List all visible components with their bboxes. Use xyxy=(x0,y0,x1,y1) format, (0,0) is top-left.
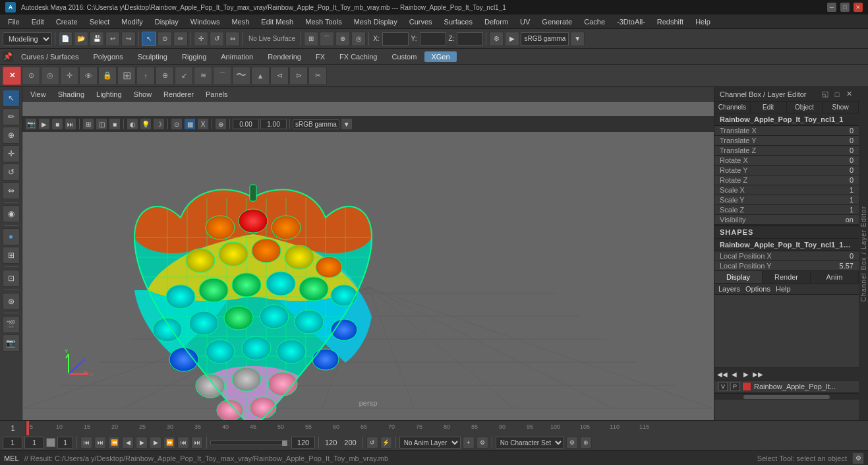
attr-translate-x[interactable]: Translate X 0 xyxy=(714,126,859,136)
current-frame-input[interactable] xyxy=(24,437,44,449)
vt-stop-btn[interactable]: ■ xyxy=(51,118,63,130)
layer-nav-prev-prev[interactable]: ◀◀ xyxy=(717,369,728,379)
prev-frame-button[interactable]: ⏪ xyxy=(108,437,120,449)
show-menu[interactable]: Show xyxy=(129,89,158,100)
anim-tab[interactable]: Anim xyxy=(811,271,859,283)
object-tab[interactable]: Object xyxy=(787,102,823,113)
loop-button[interactable]: ↺ xyxy=(366,437,378,449)
char-set-select[interactable]: No Character Set xyxy=(496,437,564,449)
tab-sculpting[interactable]: Sculpting xyxy=(131,51,174,62)
close-button[interactable]: ✕ xyxy=(854,3,863,12)
shelf-tool-5[interactable]: 👁 xyxy=(79,67,98,85)
menu-help[interactable]: Help xyxy=(690,16,716,27)
render-button[interactable]: ▶ xyxy=(505,32,519,46)
menu-curves[interactable]: Curves xyxy=(404,16,438,27)
vt-step-btn[interactable]: ⏭ xyxy=(65,118,76,130)
frame-color-box[interactable] xyxy=(46,438,55,447)
layers-menu[interactable]: Layers xyxy=(718,285,740,293)
paint-select-button[interactable]: ✏ xyxy=(173,32,188,46)
render-lt-button[interactable]: 🎬 xyxy=(3,316,20,333)
save-scene-button[interactable]: 💾 xyxy=(90,32,104,46)
rotate-button[interactable]: ↺ xyxy=(210,32,224,46)
timeline-ruler[interactable]: 5 10 15 20 25 30 35 40 45 50 55 60 65 70… xyxy=(26,421,868,435)
vt-light-btn[interactable]: 💡 xyxy=(140,118,152,130)
scale-lt-button[interactable]: ⇔ xyxy=(3,182,20,199)
play-button[interactable]: ▶ xyxy=(136,437,148,449)
snap-point-button[interactable]: ⊕ xyxy=(335,32,350,46)
channel-box-collapse[interactable]: ◱ xyxy=(821,90,830,99)
vt-wire-btn[interactable]: ◫ xyxy=(96,118,107,130)
tab-xgen[interactable]: XGen xyxy=(424,51,456,62)
menu-windows[interactable]: Windows xyxy=(185,16,225,27)
shading-menu[interactable]: Shading xyxy=(53,89,90,100)
layer-scroll-thumb[interactable] xyxy=(743,395,830,399)
paint-button[interactable]: ✏ xyxy=(3,108,20,125)
tab-custom[interactable]: Custom xyxy=(386,51,424,62)
renderer-menu[interactable]: Renderer xyxy=(158,89,199,100)
layer-playback-toggle[interactable]: P xyxy=(730,382,739,391)
layer-visibility-toggle[interactable]: V xyxy=(718,382,728,391)
tab-polygons[interactable]: Polygons xyxy=(86,51,129,62)
snap-to-button[interactable]: ⊡ xyxy=(3,270,20,287)
tab-animation[interactable]: Animation xyxy=(214,51,260,62)
layer-scrollbar[interactable] xyxy=(714,393,859,400)
shelf-tool-13[interactable]: 〜 xyxy=(232,67,250,85)
lighting-menu[interactable]: Lighting xyxy=(91,89,127,100)
view-menu[interactable]: View xyxy=(25,89,51,100)
open-scene-button[interactable]: 📂 xyxy=(74,32,88,46)
menu-redshift[interactable]: Redshift xyxy=(652,16,689,27)
end-frame-input[interactable] xyxy=(291,437,315,449)
char-set-btn[interactable]: ⚙ xyxy=(566,437,578,449)
channels-tab[interactable]: Channels xyxy=(714,102,751,113)
shelf-tool-7[interactable]: ⊞ xyxy=(117,67,136,85)
shelf-tool-14[interactable]: ▲ xyxy=(251,67,270,85)
snap-curve-button[interactable]: ⌒ xyxy=(320,32,334,46)
layer-nav-prev[interactable]: ◀ xyxy=(729,369,739,379)
edit-tab[interactable]: Edit xyxy=(751,102,787,113)
mode-select[interactable]: Modeling xyxy=(3,32,52,46)
attr-scale-y[interactable]: Scale Y 1 xyxy=(714,195,859,205)
frame-slider-thumb[interactable] xyxy=(282,441,287,446)
menu-surfaces[interactable]: Surfaces xyxy=(439,16,478,27)
start-frame-input[interactable] xyxy=(3,437,22,449)
attr-rotate-y[interactable]: Rotate Y 0 xyxy=(714,166,859,175)
menu-generate[interactable]: Generate xyxy=(536,16,577,27)
attribute-editor-strip[interactable]: Channel Box / Layer Editor xyxy=(859,87,868,420)
transform-button[interactable]: ⊕ xyxy=(3,127,20,144)
redo-button[interactable]: ↪ xyxy=(121,32,136,46)
layer-nav-next-next[interactable]: ▶▶ xyxy=(753,369,763,379)
prev-key-button[interactable]: ◀ xyxy=(122,437,134,449)
menu-select[interactable]: Select xyxy=(84,16,115,27)
snap-surface-button[interactable]: ◎ xyxy=(351,32,366,46)
attr-scale-x[interactable]: Scale X 1 xyxy=(714,185,859,195)
vt-shading-btn[interactable]: ◐ xyxy=(127,118,138,130)
anim-layer-select[interactable]: No Anim Layer xyxy=(399,437,461,449)
menu-edit[interactable]: Edit xyxy=(26,16,49,27)
vt-wireframe-btn[interactable]: ▦ xyxy=(184,118,196,130)
scale-button[interactable]: ⇔ xyxy=(225,32,240,46)
x-input[interactable] xyxy=(382,32,409,46)
anim-layer-btn2[interactable]: ⚙ xyxy=(477,437,488,449)
shelf-tool-15[interactable]: ⊲ xyxy=(270,67,289,85)
menu-edit-mesh[interactable]: Edit Mesh xyxy=(256,16,299,27)
char-set-btn2[interactable]: ⊕ xyxy=(580,437,592,449)
new-scene-button[interactable]: 📄 xyxy=(58,32,72,46)
tab-rendering[interactable]: Rendering xyxy=(261,51,308,62)
go-to-start-button[interactable]: ⏮ xyxy=(80,437,92,449)
step-fwd-button[interactable]: ⏮ xyxy=(177,437,189,449)
shelf-tool-10[interactable]: ↙ xyxy=(175,67,193,85)
frame-range-slider[interactable] xyxy=(210,440,289,445)
menu-file[interactable]: File xyxy=(3,16,25,27)
menu-cache[interactable]: Cache xyxy=(579,16,610,27)
shelf-tool-4[interactable]: ✛ xyxy=(60,67,78,85)
menu-uv[interactable]: UV xyxy=(515,16,535,27)
speed-button[interactable]: ⚡ xyxy=(380,437,392,449)
vt-play-btn[interactable]: ▶ xyxy=(38,118,50,130)
attr-translate-z[interactable]: Translate Z 0 xyxy=(714,146,859,156)
channel-box-expand[interactable]: □ xyxy=(832,90,842,99)
tab-fx-caching[interactable]: FX Caching xyxy=(333,51,384,62)
shelf-pin[interactable]: 📌 xyxy=(3,51,13,62)
shelf-tool-17[interactable]: ✂ xyxy=(308,67,327,85)
menu-modify[interactable]: Modify xyxy=(116,16,148,27)
multi-component-button[interactable]: ⊞ xyxy=(3,247,20,264)
